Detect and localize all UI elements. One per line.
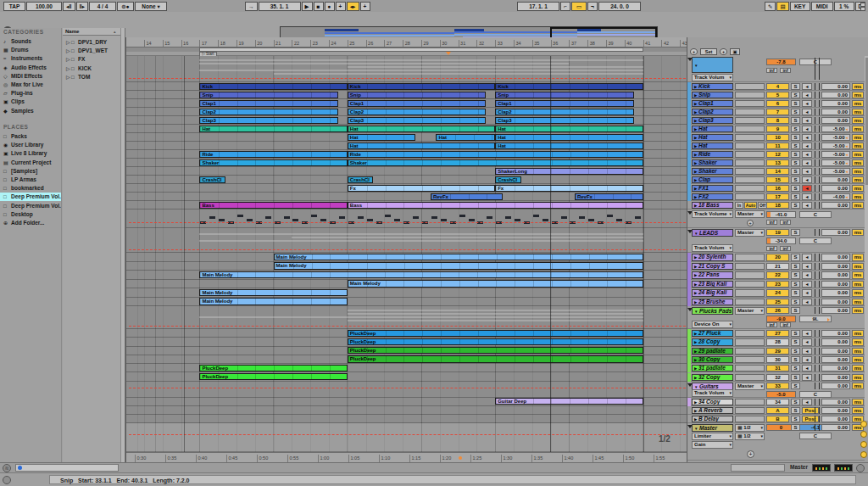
track-name-hat[interactable]: ▶Hat	[692, 126, 733, 132]
master-out-chooser[interactable]: ▦ 1/2▾	[735, 433, 765, 440]
automation-min-1[interactable]: inf	[780, 220, 791, 225]
browser-scrollbar[interactable]	[120, 28, 125, 462]
track-activator[interactable]: 16	[766, 185, 789, 192]
group-pan-value[interactable]: C	[799, 391, 832, 398]
clip-ride[interactable]: Ride	[199, 151, 347, 158]
track-activator[interactable]: 13	[766, 159, 789, 166]
clip-hat[interactable]: Hat	[495, 142, 643, 149]
file-item-tom[interactable]: ▷□TOM	[63, 73, 120, 81]
unfold-track-icon[interactable]: ▶	[694, 332, 697, 336]
fold-icon[interactable]: ▼	[694, 427, 698, 431]
solo-button[interactable]: S	[791, 374, 800, 381]
add-lane-button[interactable]: +	[747, 450, 754, 458]
mixer-control-chooser[interactable]: Track Volum▾	[692, 389, 733, 397]
track-name-ride[interactable]: ▶Ride	[692, 151, 733, 158]
clip-revfx[interactable]: RevFx	[431, 193, 503, 200]
track-name-fx2[interactable]: ▶FX2	[692, 193, 733, 200]
track-activator[interactable]: 24	[766, 289, 789, 297]
track-name-plucks-pads[interactable]: ▼Plucks Pads	[692, 307, 733, 315]
track-activator[interactable]: 23	[766, 281, 789, 288]
tb-midi-map[interactable]: MIDI	[811, 2, 833, 11]
solo-button[interactable]: S	[791, 416, 800, 422]
tb-key-map[interactable]: KEY	[790, 2, 810, 11]
clip-kick[interactable]: Kick	[348, 83, 495, 90]
speaker-icon[interactable]: ◄	[802, 117, 812, 124]
automation-min-0[interactable]: inf	[766, 220, 777, 225]
track-delay[interactable]: -5.00◂	[821, 168, 850, 175]
group-volume-value[interactable]: -34.0	[766, 237, 796, 244]
clip-crashcl[interactable]: CrashCl	[348, 176, 374, 183]
clip-chooser-field[interactable]	[15, 464, 119, 472]
sidebar-item-deep-premium-vol-1[interactable]: □Deep Premium Vol. 1	[0, 193, 61, 201]
solo-button[interactable]: S	[791, 185, 800, 192]
track-delay[interactable]: 0.00	[821, 338, 850, 345]
tb-tempo[interactable]: 100.00	[26, 2, 62, 11]
speaker-icon[interactable]: ◄	[802, 399, 812, 405]
solo-button[interactable]: S	[791, 289, 800, 297]
track-delay[interactable]: -5.00◂	[821, 159, 850, 166]
tb-follow-arrow[interactable]: →	[245, 2, 258, 11]
speaker-icon[interactable]: ◄	[802, 299, 812, 306]
track-activator[interactable]: 22	[766, 271, 789, 279]
track-delay[interactable]: 0.00	[821, 356, 850, 363]
track-name-b-delay[interactable]: ▶B Delay	[692, 416, 733, 422]
clip-kick[interactable]: Kick	[199, 83, 347, 90]
speaker-icon[interactable]: ◄	[802, 281, 812, 288]
track-delay[interactable]: 0.00	[821, 176, 850, 183]
clip-crashcl[interactable]: CrashCl	[199, 176, 225, 183]
speaker-icon[interactable]: ◄	[802, 126, 812, 132]
cue-out-chooser[interactable]: ▦ 1/2▾	[735, 424, 765, 432]
clip-snip[interactable]: Snip	[495, 92, 634, 98]
file-item-dpv1_wet[interactable]: ▷□DPV1_WET	[63, 47, 120, 55]
track-delay[interactable]: 0.00	[821, 348, 850, 355]
speaker-icon[interactable]: ◄	[802, 271, 812, 279]
unfold-track-icon[interactable]: ▶	[694, 93, 697, 98]
speaker-icon[interactable]: ◄	[802, 83, 812, 90]
track-name-leads[interactable]: ▼LEADS	[692, 229, 733, 237]
unfold-track-icon[interactable]: ▶	[694, 153, 697, 157]
clip-bass[interactable]: Bass	[199, 202, 347, 209]
track-activator[interactable]: 17	[766, 193, 789, 200]
file-item-fx[interactable]: ▷□FX	[63, 55, 120, 64]
solo-button[interactable]: S	[791, 271, 800, 279]
unfold-track-icon[interactable]: ▶	[694, 127, 697, 131]
track-delay[interactable]: 0.00	[821, 330, 850, 337]
hotspot-circle-icon[interactable]	[860, 451, 867, 458]
unfold-track-icon[interactable]: ▶	[694, 170, 697, 174]
automation-red-line[interactable]	[129, 326, 686, 327]
track-delay[interactable]: 0.00	[821, 299, 850, 306]
clip-clap2[interactable]: Clap2	[199, 109, 338, 115]
mixer-control-chooser[interactable]: Device On▾	[692, 321, 733, 328]
clip-snip[interactable]: Snip	[348, 92, 487, 98]
punch-marker-icon[interactable]	[446, 52, 451, 55]
speaker-icon[interactable]: ◄	[802, 134, 812, 141]
solo-button[interactable]: S	[791, 399, 800, 405]
track-delay[interactable]: 0.00	[821, 365, 850, 371]
track-pan-value[interactable]: C	[799, 211, 832, 218]
clip-fx[interactable]: Fx	[495, 185, 643, 192]
track-activator[interactable]: 34	[766, 399, 789, 405]
group-volume-value[interactable]: -7.8	[766, 59, 796, 65]
automation-red-line[interactable]	[129, 434, 686, 435]
track-activator[interactable]: 30	[766, 356, 789, 363]
group-volume-value[interactable]: -5.0	[766, 391, 796, 398]
output-routing-chooser[interactable]: Master▾	[735, 307, 765, 315]
tb-follow-switch[interactable]: ▤	[776, 2, 788, 11]
solo-button[interactable]: S	[791, 134, 800, 141]
track-activator[interactable]: 28	[766, 338, 789, 345]
unfold-track-icon[interactable]: ▶	[694, 136, 697, 140]
solo-button[interactable]: S	[791, 383, 800, 389]
solo-button[interactable]: S	[791, 159, 800, 166]
clip-crashcl[interactable]: CrashCl	[495, 176, 521, 183]
speaker-icon[interactable]: ◄	[802, 338, 812, 345]
solo-button[interactable]: S	[791, 83, 800, 90]
panel-scrollbar-thumb[interactable]	[865, 58, 868, 185]
mixer-control-chooser[interactable]: Track Volum▾	[692, 74, 733, 81]
speaker-icon[interactable]: ◄	[802, 348, 812, 355]
track-activator[interactable]: 26	[766, 307, 789, 314]
sidebar-item-bookmarked[interactable]: □bookmarked	[0, 184, 61, 193]
speaker-icon[interactable]: ◄	[802, 254, 812, 261]
track-activator[interactable]: B	[766, 416, 789, 422]
track-delay[interactable]: 0.00	[821, 254, 850, 261]
tb-metronome[interactable]: ⊙●	[117, 2, 134, 11]
